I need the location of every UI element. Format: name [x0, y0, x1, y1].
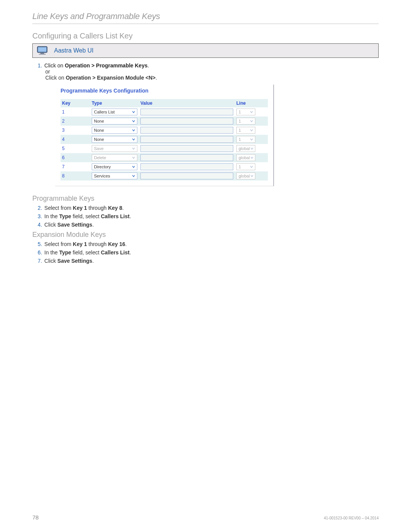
step-4-c: . [92, 222, 94, 228]
chevron-down-icon [249, 128, 254, 133]
step-2-c: through [87, 205, 108, 211]
type-select-value: Directory [94, 165, 111, 169]
type-select[interactable]: Callers List [92, 109, 137, 115]
step-5-num: 5. [38, 241, 42, 247]
type-select[interactable]: Services [92, 173, 137, 179]
cell-line: global [235, 154, 257, 161]
step-5-b: Key 1 [73, 241, 87, 247]
page-footer: 78 41-001523-00 REV00 – 04.2014 [32, 514, 379, 521]
cell-key: 6 [61, 155, 90, 161]
step-4-num: 4. [38, 222, 42, 228]
cell-type: Callers List [90, 108, 139, 116]
header-rule [32, 24, 379, 24]
line-select-value: 1 [239, 137, 241, 142]
chevron-down-icon [131, 118, 136, 124]
cell-line: 1 [235, 108, 257, 116]
type-select[interactable]: None [92, 127, 137, 134]
line-select: global [236, 145, 255, 152]
cell-type: Services [90, 172, 139, 180]
step-6-num: 6. [38, 249, 42, 256]
table-row: 8Servicesglobal [61, 171, 268, 181]
line-select-value: 1 [239, 119, 241, 123]
chevron-down-icon [131, 128, 136, 133]
value-input[interactable] [140, 145, 233, 152]
line-select-value: global [239, 174, 250, 178]
line-select: global [236, 173, 255, 179]
value-input[interactable] [140, 127, 233, 134]
step-1: 1. Click on Operation > Programmable Key… [38, 62, 379, 69]
step-1-alt-a: Click on [45, 75, 66, 81]
step-4-a: Click [45, 222, 57, 228]
step-6-e: . [129, 249, 131, 256]
step-6-b: Type [59, 249, 72, 256]
step-1-text-b: . [148, 62, 149, 69]
chevron-down-icon [131, 173, 136, 179]
cell-line: global [235, 172, 257, 180]
line-select-value: 1 [239, 128, 241, 133]
type-select-value: Callers List [94, 110, 115, 114]
cell-type: Delete [90, 154, 139, 161]
step-2-a: Select from [45, 205, 73, 211]
chevron-down-icon [250, 155, 254, 160]
chevron-down-icon [249, 164, 254, 169]
type-select[interactable]: Directory [92, 163, 137, 170]
step-4: 4. Click Save Settings. [38, 222, 379, 228]
chevron-down-icon [250, 173, 254, 179]
step-7-a: Click [45, 258, 57, 264]
step-7-b: Save Settings [57, 258, 92, 264]
type-select: Delete [92, 154, 137, 161]
col-header-type: Type [90, 99, 139, 107]
step-5-e: . [125, 241, 127, 247]
type-select[interactable]: None [92, 136, 137, 143]
chevron-down-icon [249, 109, 254, 115]
value-input[interactable] [140, 109, 233, 115]
value-input[interactable] [140, 136, 233, 143]
cell-key: 5 [61, 145, 90, 152]
value-input[interactable] [140, 163, 233, 170]
chevron-down-icon [131, 146, 136, 151]
step-5-c: through [87, 241, 108, 247]
page-number: 78 [32, 514, 39, 521]
cell-value [139, 172, 235, 180]
type-select-value: None [94, 128, 104, 133]
step-2-e: . [122, 205, 124, 211]
step-1-bold-a: Operation > Programmable Keys [65, 62, 147, 69]
step-4-b: Save Settings [57, 222, 92, 228]
table-row: 1Callers List1 [61, 107, 268, 117]
table-row: 7Directory1 [61, 162, 268, 171]
cell-value [139, 117, 235, 125]
line-select: 1 [236, 109, 255, 115]
type-select[interactable]: None [92, 118, 137, 125]
svg-rect-3 [39, 54, 46, 55]
chevron-down-icon [249, 137, 254, 142]
value-input[interactable] [140, 173, 233, 179]
chevron-down-icon [131, 164, 136, 169]
cell-type: Save [90, 145, 139, 152]
cell-type: None [90, 136, 139, 143]
svg-rect-1 [38, 47, 46, 52]
line-select: 1 [236, 118, 255, 125]
cell-value [139, 163, 235, 171]
programmable-keys-heading: Programmable Keys [32, 195, 379, 203]
line-select: 1 [236, 136, 255, 143]
line-select-value: global [239, 155, 250, 160]
step-2-num: 2. [38, 205, 42, 211]
cell-value [139, 108, 235, 116]
expansion-keys-heading: Expansion Module Keys [32, 231, 379, 239]
step-3-b: Type [59, 213, 72, 219]
doc-id: 41-001523-00 REV00 – 04.2014 [324, 516, 379, 520]
cell-line: 1 [235, 126, 257, 134]
cell-line: global [235, 145, 257, 152]
svg-rect-2 [40, 53, 44, 54]
value-input[interactable] [140, 154, 233, 161]
line-select-value: global [239, 146, 250, 151]
config-table: Key Type Value Line 1Callers List12None1… [61, 99, 268, 181]
step-2-b: Key 1 [73, 205, 87, 211]
type-select: Save [92, 145, 137, 152]
cell-line: 1 [235, 163, 257, 171]
step-2: 2. Select from Key 1 through Key 8. [38, 205, 379, 211]
cell-key: 2 [61, 118, 90, 124]
cell-type: None [90, 126, 139, 134]
value-input[interactable] [140, 118, 233, 125]
cell-value [139, 126, 235, 134]
